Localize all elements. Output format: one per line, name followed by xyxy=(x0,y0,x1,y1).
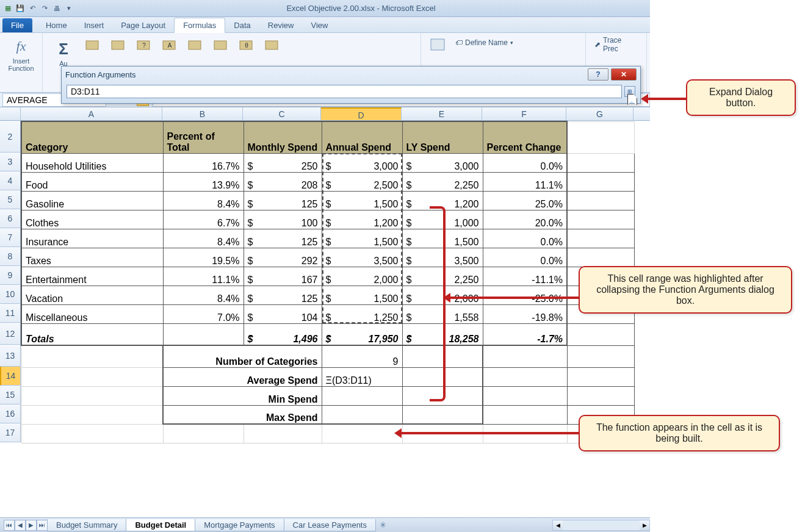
cell-pct-change[interactable]: -19.8% xyxy=(483,304,567,323)
cell-empty[interactable] xyxy=(567,248,634,267)
row-header-8[interactable]: 8 xyxy=(0,247,21,266)
tab-nav-next[interactable]: ▶ xyxy=(26,520,37,531)
more-functions-icon[interactable] xyxy=(262,38,282,52)
horizontal-scrollbar[interactable]: ◀ ▶ xyxy=(552,520,650,531)
trace-precedents-button[interactable]: ⬈Trace Prec xyxy=(591,35,641,54)
cell-totals-label[interactable]: Totals xyxy=(21,323,163,345)
cell-empty[interactable] xyxy=(567,191,634,210)
sheet-tab-mortgage-payments[interactable]: Mortgage Payments xyxy=(195,519,284,531)
cell-pct-change[interactable]: 0.0% xyxy=(483,248,567,267)
tab-review[interactable]: Review xyxy=(259,18,303,32)
cell-monthly-spend[interactable]: $104 xyxy=(244,304,322,323)
cell-monthly-spend[interactable]: $125 xyxy=(244,229,322,248)
qat-dropdown-icon[interactable]: ▾ xyxy=(63,3,74,14)
row-header-13[interactable]: 13 xyxy=(0,345,21,367)
cell-c2[interactable]: Monthly Spend xyxy=(244,121,322,153)
cell-summary-value[interactable] xyxy=(322,386,402,405)
lookup-icon[interactable] xyxy=(211,38,231,52)
cell-pct[interactable]: 6.7% xyxy=(163,210,244,229)
cell-category[interactable]: Insurance xyxy=(21,229,163,248)
cell-empty[interactable] xyxy=(21,386,163,405)
cell-empty[interactable] xyxy=(21,405,163,424)
cell-pct-change[interactable]: 11.1% xyxy=(483,172,567,191)
cell-empty[interactable] xyxy=(567,386,634,405)
dialog-help-button[interactable]: ? xyxy=(588,68,608,81)
cell-f2[interactable]: Percent Change xyxy=(483,121,567,153)
cell-monthly-spend[interactable]: $100 xyxy=(244,210,322,229)
row-header-11[interactable]: 11 xyxy=(0,304,21,323)
cell-empty[interactable] xyxy=(483,386,567,405)
cell-g2[interactable] xyxy=(567,121,634,153)
tab-data[interactable]: Data xyxy=(225,18,259,32)
cell-empty[interactable] xyxy=(567,345,634,367)
math-trig-icon[interactable]: θ xyxy=(237,38,256,52)
row-header-9[interactable]: 9 xyxy=(0,266,21,285)
tab-view[interactable]: View xyxy=(302,18,336,32)
tab-nav-last[interactable]: ⏭ xyxy=(37,520,48,531)
tab-formulas[interactable]: Formulas xyxy=(174,18,225,33)
cell-empty[interactable] xyxy=(21,367,163,386)
cell-empty[interactable] xyxy=(567,210,634,229)
cell-pct[interactable]: 19.5% xyxy=(163,248,244,267)
cell-monthly-spend[interactable]: $292 xyxy=(244,248,322,267)
cell-monthly-spend[interactable]: $208 xyxy=(244,172,322,191)
row-header-16[interactable]: 16 xyxy=(0,404,21,423)
row-header-14[interactable]: 14 xyxy=(0,367,21,386)
cell-e2[interactable]: LY Spend xyxy=(402,121,483,153)
scroll-right-icon[interactable]: ▶ xyxy=(640,520,649,530)
cell-category[interactable]: Taxes xyxy=(21,248,163,267)
cell-b2[interactable]: Percent of Total xyxy=(163,121,244,153)
cell-pct[interactable]: 13.9% xyxy=(163,172,244,191)
cell-annual-spend[interactable]: $3,000 xyxy=(322,153,402,172)
cell-empty[interactable] xyxy=(483,367,567,386)
logical-icon[interactable]: ? xyxy=(134,38,154,52)
tab-nav-prev[interactable]: ◀ xyxy=(15,520,26,531)
cell-pct[interactable]: 11.1% xyxy=(163,267,244,286)
tab-page-layout[interactable]: Page Layout xyxy=(112,18,174,32)
cell-pct[interactable]: 8.4% xyxy=(163,229,244,248)
cell-pct[interactable]: 8.4% xyxy=(163,286,244,304)
cell-empty[interactable] xyxy=(483,405,567,424)
row-header-6[interactable]: 6 xyxy=(0,209,21,228)
cell-empty[interactable] xyxy=(567,323,634,345)
row-header-4[interactable]: 4 xyxy=(0,171,21,190)
cell-totals-pc[interactable]: -1.7% xyxy=(483,323,567,345)
col-header-b[interactable]: B xyxy=(162,107,243,120)
tab-nav-first[interactable]: ⏮ xyxy=(4,520,15,531)
cell-annual-spend[interactable]: $3,500 xyxy=(322,248,402,267)
cell-pct-change[interactable]: -25.0% xyxy=(483,286,567,304)
col-header-f[interactable]: F xyxy=(482,107,566,120)
cell-category[interactable]: Gasoline xyxy=(21,191,163,210)
row-header-10[interactable]: 10 xyxy=(0,285,21,304)
row-header-15[interactable]: 15 xyxy=(0,386,21,404)
cell-summary-label[interactable]: Average Spend xyxy=(163,367,322,386)
expand-dialog-button[interactable]: ⊞ xyxy=(624,86,635,97)
cell-pct[interactable]: 8.4% xyxy=(163,191,244,210)
cell-annual-spend[interactable]: $1,500 xyxy=(322,286,402,304)
cell-empty[interactable] xyxy=(567,229,634,248)
save-icon[interactable]: 💾 xyxy=(15,3,26,14)
cell-monthly-spend[interactable]: $125 xyxy=(244,286,322,304)
dialog-range-input[interactable] xyxy=(67,85,622,98)
insert-function-button[interactable]: fx Insert Function xyxy=(4,35,37,73)
cell-totals-ms[interactable]: $1,496 xyxy=(244,323,322,345)
financial-icon[interactable] xyxy=(109,38,128,52)
cell-pct-change[interactable]: -11.1% xyxy=(483,267,567,286)
row-header-17[interactable]: 17 xyxy=(0,423,21,442)
cell-ly-spend[interactable]: $3,000 xyxy=(402,153,483,172)
cell-annual-spend[interactable]: $2,000 xyxy=(322,267,402,286)
cell-pct-change[interactable]: 0.0% xyxy=(483,229,567,248)
cell-summary-label[interactable]: Min Spend xyxy=(163,386,322,405)
row-header-12[interactable]: 12 xyxy=(0,323,21,345)
cell-monthly-spend[interactable]: $125 xyxy=(244,191,322,210)
row-header-7[interactable]: 7 xyxy=(0,228,21,247)
tab-home[interactable]: Home xyxy=(37,18,76,32)
cell-category[interactable]: Miscellaneous xyxy=(21,304,163,323)
cell-d2[interactable]: Annual Spend xyxy=(322,121,402,153)
tab-insert[interactable]: Insert xyxy=(76,18,113,32)
dialog-close-button[interactable]: ✕ xyxy=(611,68,637,81)
cell-summary-value[interactable] xyxy=(322,405,402,424)
cell-empty[interactable] xyxy=(21,345,163,367)
col-header-a[interactable]: A xyxy=(21,107,162,120)
sheet-tab-budget-detail[interactable]: Budget Detail xyxy=(126,519,195,531)
